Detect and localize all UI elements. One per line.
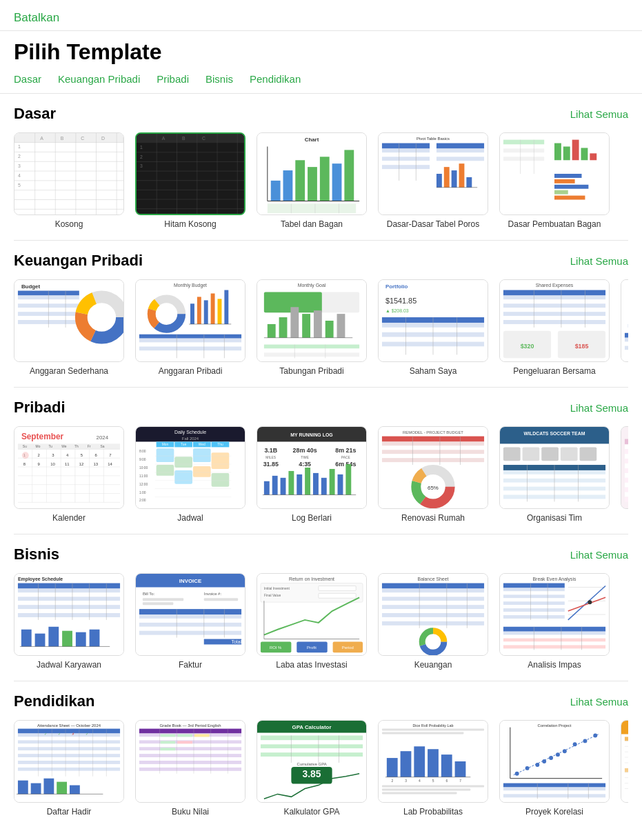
svg-rect-63 [382, 157, 430, 161]
thumb-buku-nilai: Grade Book — 3rd Period English [135, 720, 245, 803]
svg-rect-503 [139, 750, 241, 754]
dasar-title: Dasar [14, 105, 56, 123]
template-keuangan[interactable]: Balance Sheet [378, 573, 488, 670]
svg-point-568 [583, 739, 587, 743]
svg-rect-572 [503, 790, 605, 794]
svg-rect-24 [137, 134, 244, 143]
template-pengeluaran-bersama[interactable]: Shared Expenses $320 [499, 279, 610, 376]
svg-rect-71 [437, 157, 484, 161]
thumb-analisis-impas: Break Even Analysis [499, 573, 610, 656]
svg-text:Grade Book — 3rd Period Englis: Grade Book — 3rd Period English [160, 723, 221, 728]
template-saham-saya[interactable]: Portfolio $1541.85 ▲ $208.03 [378, 279, 488, 376]
template-analisis-impas[interactable]: Break Even Analysis [499, 573, 610, 670]
template-log-berlari[interactable]: MY RUNNING LOG 3.1B 28m 40s 8m 21s MILES… [257, 426, 367, 523]
svg-rect-299 [321, 478, 327, 495]
template-buku-nilai[interactable]: Grade Book — 3rd Period English [135, 720, 245, 817]
thumb-lab-probabilitas: Dice Roll Probability Lab 2 3 4 [378, 720, 488, 803]
svg-rect-326 [541, 447, 559, 461]
nav-dasar[interactable]: Dasar [14, 73, 41, 85]
svg-rect-390 [139, 614, 241, 619]
svg-rect-376 [48, 627, 59, 647]
template-nilai-kekayaan[interactable]: Net Worth Overview Asset A Asset B Asset… [621, 279, 628, 376]
svg-point-560 [515, 772, 519, 776]
svg-rect-504 [139, 754, 241, 757]
svg-rect-49 [320, 157, 330, 201]
pribadi-see-all[interactable]: Lihat Semua [570, 402, 628, 414]
template-catatan-bayi[interactable]: Baby's First Year [621, 426, 628, 523]
thumb-log-berlari: MY RUNNING LOG 3.1B 28m 40s 8m 21s MILES… [257, 426, 367, 509]
svg-text:Fr: Fr [88, 445, 91, 448]
svg-rect-129 [139, 343, 241, 347]
svg-rect-74 [452, 170, 457, 188]
template-kosong[interactable]: 1 2 3 4 5 A B C D Kosong [14, 132, 124, 229]
nav-pendidikan[interactable]: Pendidikan [250, 73, 301, 85]
svg-rect-554 [382, 792, 457, 794]
template-daftar-hadir[interactable]: Attendance Sheet — October 2024 [14, 720, 124, 817]
thumb-keuangan: Balance Sheet [378, 573, 488, 656]
keuangan-pribadi-see-all[interactable]: Lihat Semua [570, 255, 628, 267]
template-anggaran-sederhana[interactable]: Budget [14, 279, 124, 376]
svg-rect-523 [261, 735, 363, 740]
svg-rect-393 [139, 627, 241, 631]
template-kalkulator-gpa[interactable]: GPA Calculator 3.85 Cumulative GPA [257, 720, 367, 817]
pendidikan-header: Pendidikan Lihat Semua [14, 692, 628, 710]
svg-text:September: September [21, 432, 64, 441]
svg-text:REMODEL - PROJECT BUDGET: REMODEL - PROJECT BUDGET [403, 430, 463, 434]
svg-rect-46 [283, 170, 293, 201]
template-organisasi-tim[interactable]: WILDCATS SOCCER TEAM [499, 426, 610, 523]
template-tabel-poros[interactable]: Pivot Table Basics [378, 132, 488, 229]
svg-point-567 [573, 742, 577, 746]
label-tabel-bagan: Tabel dan Bagan [281, 219, 343, 229]
template-tahun-ajaran[interactable]: 2024–2025 School Year August September [621, 720, 628, 817]
svg-rect-325 [523, 447, 540, 461]
pendidikan-see-all[interactable]: Lihat Semua [570, 696, 628, 708]
svg-rect-493 [70, 786, 80, 794]
thumb-pembuatan-bagan [499, 132, 610, 215]
thumb-anggaran-sederhana: Budget [14, 279, 124, 362]
template-jadwal[interactable]: Daily Schedule Fall 2024 Mon Tue Wed Thu… [135, 426, 245, 523]
svg-rect-458 [503, 639, 605, 642]
svg-point-565 [556, 752, 560, 757]
template-lab-probabilitas[interactable]: Dice Roll Probability Lab 2 3 4 [378, 720, 488, 817]
svg-text:B: B [61, 136, 64, 141]
svg-point-566 [563, 749, 567, 753]
svg-text:3: 3 [140, 163, 143, 168]
template-tabel-bagan[interactable]: Chart Tabel d [257, 132, 367, 229]
nav-keuangan-pribadi[interactable]: Keuangan Pribadi [58, 73, 140, 85]
dasar-see-all[interactable]: Lihat Semua [570, 108, 628, 120]
label-anggaran-pribadi: Anggaran Pribadi [159, 366, 223, 376]
template-laba-investasi[interactable]: Return on Investment Initial Investment … [257, 573, 367, 670]
template-pembuatan-bagan[interactable]: Dasar Pembuatan Bagan [499, 132, 610, 229]
template-kalender[interactable]: September 2024 Su Mo Tu We Th Fr Sa [14, 426, 124, 523]
svg-rect-361 [18, 583, 120, 589]
thumb-saham-saya: Portfolio $1541.85 ▲ $208.03 [378, 279, 488, 362]
nav-pribadi[interactable]: Pribadi [157, 73, 189, 85]
template-anggaran-pribadi[interactable]: Monthly Budget [135, 279, 245, 376]
svg-text:Su: Su [23, 445, 27, 448]
svg-rect-406 [319, 593, 356, 598]
svg-rect-570 [503, 783, 605, 788]
cancel-button[interactable]: Batalkan [14, 11, 59, 25]
template-hitam-kosong[interactable]: 1 2 3 A B C Hitam Kosong [135, 132, 245, 229]
template-proyek-korelasi[interactable]: Correlation Project [499, 720, 610, 817]
svg-rect-457 [503, 635, 605, 639]
svg-text:Employee Schedule: Employee Schedule [18, 577, 63, 582]
keuangan-pribadi-header: Keuangan Pribadi Lihat Semua [14, 252, 628, 270]
keuangan-pribadi-templates-row: Budget [14, 279, 628, 381]
template-tabungan-pribadi[interactable]: Monthly Goal [257, 279, 367, 376]
svg-rect-269 [212, 452, 230, 469]
nav-bisnis[interactable]: Bisnis [205, 73, 233, 85]
template-faktur[interactable]: INVOICE Bill To: Invoice #: [135, 573, 245, 670]
svg-rect-476 [18, 764, 120, 768]
svg-text:4: 4 [419, 779, 421, 783]
svg-rect-518 [177, 741, 192, 743]
svg-text:Final Value: Final Value [264, 594, 281, 597]
template-renovasi-rumah[interactable]: REMODEL - PROJECT BUDGET [378, 426, 488, 523]
template-jadwal-karyawan[interactable]: Employee Schedule [14, 573, 124, 670]
bisnis-see-all[interactable]: Lihat Semua [570, 549, 628, 561]
svg-rect-505 [139, 757, 241, 761]
svg-text:5: 5 [18, 183, 21, 188]
svg-rect-540 [401, 751, 412, 777]
section-pribadi: Pribadi Lihat Semua September 2024 Su Mo… [0, 388, 642, 534]
svg-rect-142 [302, 314, 310, 338]
